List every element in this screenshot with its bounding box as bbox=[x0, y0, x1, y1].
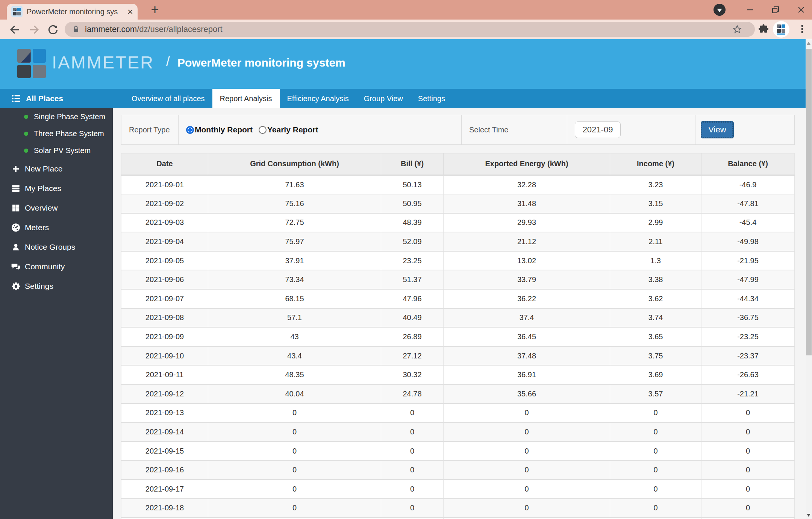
sidebar-item-notice-groups[interactable]: Notice Groups bbox=[0, 237, 113, 257]
minimize-button[interactable] bbox=[743, 3, 757, 17]
table-cell: 0 bbox=[381, 442, 444, 461]
table-row: 2021-09-1800000 bbox=[121, 499, 795, 518]
tab-group-view[interactable]: Group View bbox=[356, 89, 411, 108]
sidebar-item-my-places[interactable]: My Places bbox=[0, 179, 113, 198]
radio-checked-icon[interactable] bbox=[186, 126, 194, 134]
table-cell: 31.48 bbox=[444, 194, 610, 213]
table-cell: 2.11 bbox=[610, 232, 701, 251]
table-cell: 0 bbox=[444, 442, 610, 461]
scrollbar-down-icon[interactable] bbox=[807, 514, 810, 517]
sidebar-item-overview[interactable]: Overview bbox=[0, 198, 113, 218]
view-button[interactable]: View bbox=[701, 121, 734, 138]
page-title: PowerMeter monitoring system bbox=[177, 56, 345, 69]
table-cell: 0 bbox=[208, 480, 381, 499]
table-cell: -21.21 bbox=[701, 384, 795, 404]
time-input[interactable]: 2021-09 bbox=[575, 121, 621, 138]
lock-icon bbox=[71, 25, 80, 34]
table-cell: 2021-09-05 bbox=[121, 251, 208, 270]
breadcrumb-separator: / bbox=[166, 53, 170, 69]
status-dot-icon bbox=[24, 132, 28, 136]
table-cell: 0 bbox=[208, 404, 381, 423]
browser-profile-chevron-icon[interactable] bbox=[714, 4, 726, 16]
table-cell: 48.35 bbox=[208, 365, 381, 384]
sidebar-item-community[interactable]: Community bbox=[0, 257, 113, 276]
col-balance: Balance (¥) bbox=[701, 153, 795, 175]
tab-efficiency-analysis[interactable]: Efficiency Analysis bbox=[280, 89, 356, 108]
table-row: 2021-09-0475.9752.0921.122.11-49.98 bbox=[121, 232, 795, 251]
table-cell: 50.95 bbox=[381, 194, 444, 213]
bookmark-star-icon[interactable] bbox=[732, 24, 742, 36]
select-time-cell: 2021-09 bbox=[567, 115, 695, 144]
table-cell: 2021-09-12 bbox=[121, 384, 208, 404]
table-cell: 57.1 bbox=[208, 308, 381, 328]
table-row: 2021-09-0537.9123.2513.021.3-21.95 bbox=[121, 251, 795, 270]
table-cell: 0 bbox=[701, 460, 795, 480]
url-bar[interactable]: iammeter.com/dz/user/allplacesreport bbox=[65, 22, 755, 37]
table-cell: -47.99 bbox=[701, 270, 795, 289]
sidebar-place-single-phase[interactable]: Single Phase System bbox=[0, 108, 113, 125]
table-row: 2021-09-0372.7548.3929.932.99-45.4 bbox=[121, 213, 795, 232]
table-row: 2021-09-1500000 bbox=[121, 442, 795, 461]
plus-icon bbox=[11, 164, 21, 174]
table-cell: 0 bbox=[701, 480, 795, 499]
radio-unchecked-icon[interactable] bbox=[259, 126, 267, 134]
browser-tab[interactable]: PowerMeter monitoring system × bbox=[7, 4, 138, 20]
tab-settings[interactable]: Settings bbox=[411, 89, 453, 108]
table-cell: 3.74 bbox=[610, 308, 701, 328]
extensions-puzzle-icon[interactable] bbox=[758, 24, 769, 36]
table-row bbox=[121, 517, 795, 519]
radio-yearly-report[interactable]: Yearly Report bbox=[259, 125, 318, 134]
sidebar-place-three-phase[interactable]: Three Phase System bbox=[0, 125, 113, 142]
sidebar-item-settings[interactable]: Settings bbox=[0, 276, 113, 296]
table-cell: 3.69 bbox=[610, 365, 701, 384]
sidebar-item-meters[interactable]: Meters bbox=[0, 218, 113, 237]
iammeter-logo[interactable] bbox=[17, 49, 46, 78]
table-cell: 3.65 bbox=[610, 327, 701, 346]
table-cell: 26.89 bbox=[381, 327, 444, 346]
all-places-label: All Places bbox=[26, 94, 63, 103]
table-cell: 0 bbox=[444, 460, 610, 480]
all-places-menu[interactable]: All Places bbox=[11, 89, 63, 108]
back-button[interactable] bbox=[8, 23, 21, 36]
table-cell: 75.97 bbox=[208, 232, 381, 251]
scrollbar-up-icon[interactable] bbox=[807, 42, 810, 45]
table-cell: 52.09 bbox=[381, 232, 444, 251]
report-type-label: Report Type bbox=[121, 115, 179, 144]
table-cell: 24.78 bbox=[381, 384, 444, 404]
table-cell: 2021-09-03 bbox=[121, 213, 208, 232]
table-cell: 23.25 bbox=[381, 251, 444, 270]
table-cell: 0 bbox=[444, 422, 610, 442]
table-cell bbox=[121, 517, 208, 519]
table-row: 2021-09-1043.427.1237.483.75-23.37 bbox=[121, 346, 795, 366]
tab-overview-of-all-places[interactable]: Overview of all places bbox=[124, 89, 212, 108]
table-cell: 0 bbox=[701, 499, 795, 518]
sidebar-item-new-place[interactable]: New Place bbox=[0, 159, 113, 179]
person-icon bbox=[11, 242, 21, 252]
tab-report-analysis[interactable]: Report Analysis bbox=[212, 89, 280, 108]
browser-profile-avatar[interactable] bbox=[773, 21, 789, 38]
table-cell: 2021-09-16 bbox=[121, 460, 208, 480]
table-cell: -45.4 bbox=[701, 213, 795, 232]
table-cell: -23.25 bbox=[701, 327, 795, 346]
table-cell: 3.75 bbox=[610, 346, 701, 366]
reload-button[interactable] bbox=[47, 23, 59, 36]
close-button[interactable] bbox=[794, 3, 808, 17]
tab-close-icon[interactable]: × bbox=[127, 7, 133, 17]
radio-monthly-report[interactable]: Monthly Report bbox=[186, 125, 253, 134]
sidebar-place-solar-pv[interactable]: Solar PV System bbox=[0, 142, 113, 159]
page-scrollbar[interactable] bbox=[806, 39, 812, 519]
select-time-label: Select Time bbox=[462, 115, 567, 144]
table-cell: 71.63 bbox=[208, 175, 381, 194]
restore-button[interactable] bbox=[768, 3, 783, 17]
table-row: 2021-09-1400000 bbox=[121, 422, 795, 442]
table-cell: 13.02 bbox=[444, 251, 610, 270]
scrollbar-thumb[interactable] bbox=[806, 49, 812, 355]
main-nav: All Places Overview of all places Report… bbox=[0, 89, 812, 108]
grid-icon bbox=[11, 203, 21, 213]
table-cell: 75.16 bbox=[208, 194, 381, 213]
new-tab-button[interactable]: + bbox=[147, 2, 162, 17]
table-cell: 0 bbox=[701, 404, 795, 423]
table-cell: 0 bbox=[208, 460, 381, 480]
forward-button[interactable] bbox=[28, 23, 41, 36]
browser-menu-icon[interactable] bbox=[797, 23, 807, 36]
